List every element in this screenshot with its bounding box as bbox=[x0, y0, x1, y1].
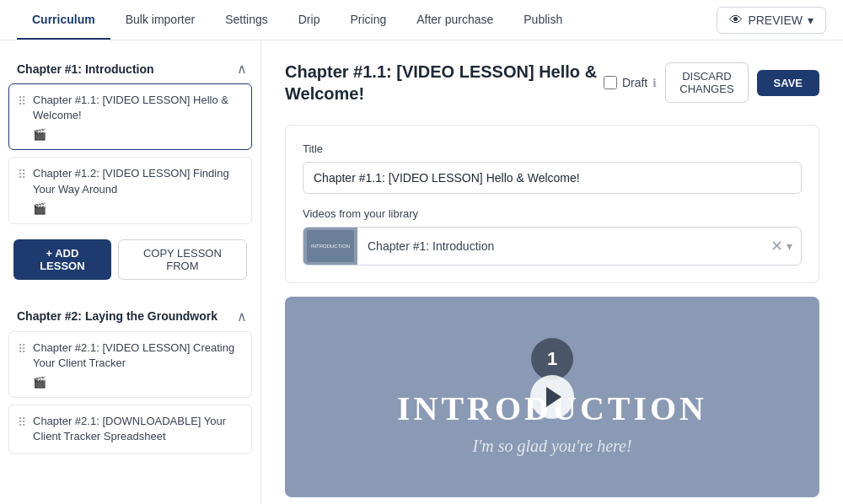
video-name: Chapter #1: Introduction bbox=[357, 239, 771, 253]
sidebar: Chapter #1: Introduction ∧ ⠿ Chapter #1.… bbox=[0, 40, 261, 504]
header-actions: Draft ℹ DISCARD CHANGES SAVE bbox=[604, 62, 819, 103]
play-icon bbox=[546, 387, 561, 407]
video-icon: 🎬 bbox=[33, 202, 46, 215]
tab-publish[interactable]: Publish bbox=[508, 1, 577, 40]
lesson-item[interactable]: ⠿ Chapter #2.1: [VIDEO LESSON] Creating … bbox=[8, 331, 252, 398]
lesson-icons: 🎬 bbox=[33, 376, 243, 389]
content-area: Chapter #1.1: [VIDEO LESSON] Hello & Wel… bbox=[261, 40, 843, 504]
lesson-title: Chapter #1.1: [VIDEO LESSON] Hello & Wel… bbox=[33, 93, 243, 123]
form-section: Title Videos from your library INTRODUCT… bbox=[285, 125, 819, 283]
lesson-title: Chapter #2.1: [DOWNLOADABLE] Your Client… bbox=[33, 414, 243, 444]
chapter-1-title: Chapter #1: Introduction bbox=[17, 62, 154, 76]
chapter-1-header[interactable]: Chapter #1: Introduction ∧ bbox=[0, 54, 260, 83]
chapter-1-toggle[interactable]: ∧ bbox=[237, 61, 247, 77]
drag-handle: ⠿ bbox=[18, 414, 26, 429]
tab-after-purchase[interactable]: After purchase bbox=[401, 1, 508, 40]
tab-settings[interactable]: Settings bbox=[210, 1, 283, 40]
title-field-group: Title bbox=[303, 142, 802, 194]
lesson-title: Chapter #1.2: [VIDEO LESSON] Finding You… bbox=[33, 166, 243, 196]
preview-label: PREVIEW bbox=[748, 13, 803, 27]
main-layout: Chapter #1: Introduction ∧ ⠿ Chapter #1.… bbox=[0, 40, 843, 504]
video-number-badge: 1 bbox=[531, 338, 573, 380]
page-title: Chapter #1.1: [VIDEO LESSON] Hello & Wel… bbox=[285, 61, 604, 105]
copy-lesson-button[interactable]: COPY LESSON FROM bbox=[118, 239, 247, 280]
video-thumbnail: INTRODUCTION bbox=[303, 228, 357, 265]
tab-curriculum[interactable]: Curriculum bbox=[17, 1, 110, 40]
discard-button[interactable]: DISCARD CHANGES bbox=[665, 62, 748, 103]
videos-label: Videos from your library bbox=[303, 207, 802, 220]
content-header: Chapter #1.1: [VIDEO LESSON] Hello & Wel… bbox=[285, 61, 819, 105]
draft-checkbox[interactable]: Draft ℹ bbox=[604, 76, 657, 89]
tab-drip[interactable]: Drip bbox=[283, 1, 336, 40]
tab-pricing[interactable]: Pricing bbox=[335, 1, 401, 40]
tab-bulk-importer[interactable]: Bulk importer bbox=[110, 1, 210, 40]
title-input[interactable] bbox=[303, 162, 802, 194]
chevron-down-icon: ▾ bbox=[808, 13, 813, 27]
video-preview: 1 INTRODUCTION I'm so glad you're here! bbox=[285, 297, 819, 497]
lesson-item[interactable]: ⠿ Chapter #1.1: [VIDEO LESSON] Hello & W… bbox=[8, 83, 252, 150]
draft-label: Draft bbox=[622, 76, 647, 89]
save-button[interactable]: SAVE bbox=[757, 70, 819, 96]
add-lesson-button[interactable]: + ADD LESSON bbox=[13, 239, 111, 280]
info-icon: ℹ bbox=[652, 77, 657, 89]
lesson-item[interactable]: ⠿ Chapter #1.2: [VIDEO LESSON] Finding Y… bbox=[8, 157, 252, 223]
lesson-title: Chapter #2.1: [VIDEO LESSON] Creating Yo… bbox=[33, 340, 243, 371]
play-button[interactable] bbox=[530, 375, 574, 419]
eye-icon: 👁 bbox=[729, 13, 743, 28]
lesson-item[interactable]: ⠿ Chapter #2.1: [DOWNLOADABLE] Your Clie… bbox=[8, 405, 252, 453]
video-subtitle: I'm so glad you're here! bbox=[472, 437, 631, 456]
nav-right: 👁 PREVIEW ▾ bbox=[717, 7, 826, 34]
chevron-down-icon[interactable]: ▾ bbox=[787, 239, 792, 253]
video-remove-icon[interactable]: ✕ bbox=[771, 237, 783, 255]
chapter-2-toggle[interactable]: ∧ bbox=[237, 308, 247, 324]
drag-handle: ⠿ bbox=[18, 340, 26, 356]
video-actions: ✕ ▾ bbox=[771, 237, 801, 255]
chapter-1-section: Chapter #1: Introduction ∧ ⠿ Chapter #1.… bbox=[0, 54, 260, 288]
top-nav: Curriculum Bulk importer Settings Drip P… bbox=[0, 0, 843, 40]
chapter-1-actions: + ADD LESSON COPY LESSON FROM bbox=[0, 231, 260, 288]
draft-check-input[interactable] bbox=[604, 76, 617, 89]
chapter-2-header[interactable]: Chapter #2: Laying the Groundwork ∧ bbox=[0, 302, 260, 331]
drag-handle: ⠿ bbox=[18, 93, 26, 108]
preview-button[interactable]: 👁 PREVIEW ▾ bbox=[717, 7, 826, 34]
chapter-2-section: Chapter #2: Laying the Groundwork ∧ ⠿ Ch… bbox=[0, 302, 260, 454]
chapter-1-lessons: ⠿ Chapter #1.1: [VIDEO LESSON] Hello & W… bbox=[0, 83, 260, 224]
videos-field-group: Videos from your library INTRODUCTION Ch… bbox=[303, 207, 802, 265]
lesson-icons: 🎬 bbox=[33, 202, 243, 215]
drag-handle: ⠿ bbox=[18, 166, 26, 181]
video-icon: 🎬 bbox=[33, 128, 46, 141]
video-icon: 🎬 bbox=[33, 376, 46, 389]
chapter-2-lessons: ⠿ Chapter #2.1: [VIDEO LESSON] Creating … bbox=[0, 331, 260, 454]
title-label: Title bbox=[303, 142, 802, 155]
lesson-icons: 🎬 bbox=[33, 128, 243, 141]
video-selector[interactable]: INTRODUCTION Chapter #1: Introduction ✕ … bbox=[303, 227, 802, 265]
chapter-2-title: Chapter #2: Laying the Groundwork bbox=[17, 309, 217, 323]
